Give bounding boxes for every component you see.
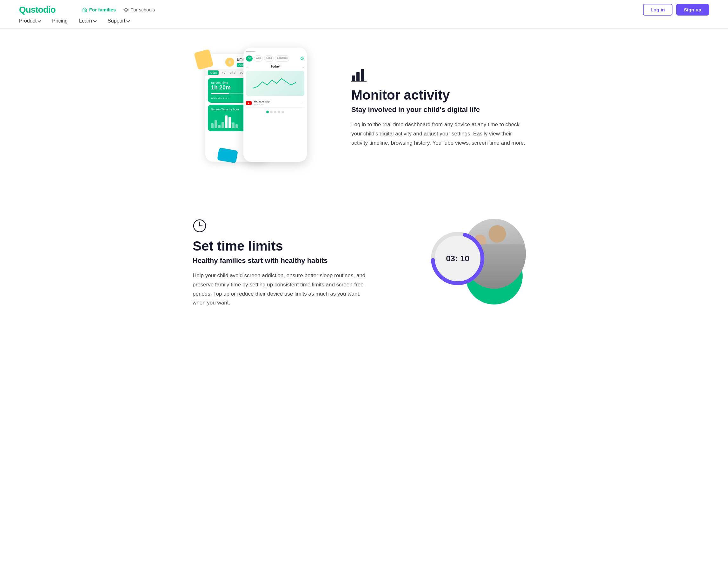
learn-label: Learn [79, 18, 92, 24]
for-families-label: For families [89, 7, 116, 12]
dot-4 [282, 111, 284, 113]
today-label: Today [271, 65, 280, 68]
svg-rect-1 [356, 72, 360, 81]
dot-active [266, 111, 269, 113]
nav-for-families[interactable]: For families [82, 7, 116, 12]
set-time-limits-section: Set time limits Healthy families start w… [192, 193, 536, 339]
time-icon [192, 219, 389, 235]
dad-head [489, 225, 506, 243]
phone-front: All Web Apps Searches ⚙ ← Today → [243, 48, 307, 162]
screen-time-value: 1h 20m [211, 84, 231, 91]
tab-14d[interactable]: 14 d [229, 71, 237, 75]
svg-rect-0 [352, 76, 355, 81]
filter-web[interactable]: Web [254, 56, 263, 61]
bar-5 [225, 115, 228, 128]
timer-circle-container: 03: 10 [431, 231, 485, 285]
support-chevron-icon [126, 19, 130, 22]
monitor-title: Monitor activity [351, 88, 536, 103]
bar-3 [218, 125, 220, 128]
tab-7d[interactable]: 7 d [220, 71, 227, 75]
nav-product[interactable]: Product [19, 18, 41, 24]
time-body: Help your child avoid screen addiction, … [192, 271, 370, 308]
more-options-icon[interactable]: ... [302, 101, 304, 105]
front-phone-content: All Web Apps Searches ⚙ ← Today → [243, 53, 307, 116]
login-button[interactable]: Log in [643, 4, 673, 16]
phone-notch [246, 51, 256, 52]
signup-button[interactable]: Sign up [676, 4, 709, 16]
dot-1 [270, 111, 272, 113]
bar-chart-icon [351, 68, 367, 82]
filter-searches[interactable]: Searches [275, 56, 289, 61]
activity-chart-svg [251, 76, 299, 91]
bar-4 [222, 122, 224, 128]
filter-all[interactable]: All [246, 56, 253, 61]
monitor-activity-icon [351, 68, 536, 85]
svg-rect-2 [361, 69, 364, 81]
date-nav: ← Today → [246, 63, 304, 71]
activity-chart-mini [246, 71, 304, 96]
timer-display: 03: 10 [446, 254, 469, 264]
nav-support[interactable]: Support [108, 18, 129, 24]
front-phone-header [243, 48, 307, 53]
nav-pricing[interactable]: Pricing [52, 18, 68, 24]
timer-circle-wrapper: 03: 10 [431, 231, 485, 285]
bar-8 [235, 124, 238, 128]
timer-center: 03: 10 [446, 254, 469, 264]
logo[interactable]: Qustodio [19, 5, 55, 15]
activity-name: Youtube app [254, 100, 300, 103]
dots-indicator [246, 111, 304, 113]
filter-tabs: All Web Apps Searches ⚙ [246, 56, 304, 61]
time-text-side: Set time limits Healthy families start w… [192, 219, 389, 308]
monitor-activity-section: ← E Emma Active ✏️ Today 7 d 14 d 30 d [192, 29, 536, 193]
settings-icon[interactable]: ⚙ [300, 56, 304, 61]
monitor-text-side: Monitor activity Stay involved in your c… [351, 68, 536, 148]
bar-2 [214, 120, 217, 128]
progress-fill [211, 93, 229, 94]
time-subtitle: Healthy families start with healthy habi… [192, 257, 389, 265]
nav-for-schools[interactable]: For schools [124, 7, 155, 12]
clock-icon [192, 219, 207, 233]
time-title: Set time limits [192, 239, 389, 253]
product-chevron-icon [37, 19, 41, 22]
time-image-side: 03: 10 [415, 213, 536, 314]
bar-6 [229, 117, 231, 128]
user-avatar: E [225, 58, 234, 66]
dot-2 [274, 111, 277, 113]
monitor-subtitle: Stay involved in your child's digital li… [351, 106, 536, 114]
bar-1 [211, 123, 214, 128]
filter-apps[interactable]: Apps [264, 56, 274, 61]
top-nav: For families For schools [82, 7, 155, 12]
learn-chevron-icon [93, 19, 97, 22]
for-schools-label: For schools [130, 7, 155, 12]
activity-time: 16:47 pm [254, 103, 300, 106]
youtube-icon [246, 101, 252, 105]
phone-mockup: ← E Emma Active ✏️ Today 7 d 14 d 30 d [192, 48, 326, 168]
support-label: Support [108, 18, 125, 24]
activity-item-youtube: Youtube app 16:47 pm ... [246, 99, 304, 108]
pricing-label: Pricing [52, 18, 68, 24]
tab-today[interactable]: Today [208, 71, 219, 75]
people-visual: 03: 10 [424, 213, 526, 314]
header-actions: Log in Sign up [643, 4, 709, 16]
dot-3 [278, 111, 280, 113]
logo-text: Qustodio [19, 5, 55, 15]
monitor-image-side: ← E Emma Active ✏️ Today 7 d 14 d 30 d [192, 48, 326, 168]
home-icon [82, 7, 87, 12]
bar-7 [232, 122, 235, 128]
monitor-body: Log in to the real-time dashboard from a… [351, 120, 529, 148]
product-label: Product [19, 18, 36, 24]
school-icon [124, 7, 129, 12]
nav-learn[interactable]: Learn [79, 18, 96, 24]
